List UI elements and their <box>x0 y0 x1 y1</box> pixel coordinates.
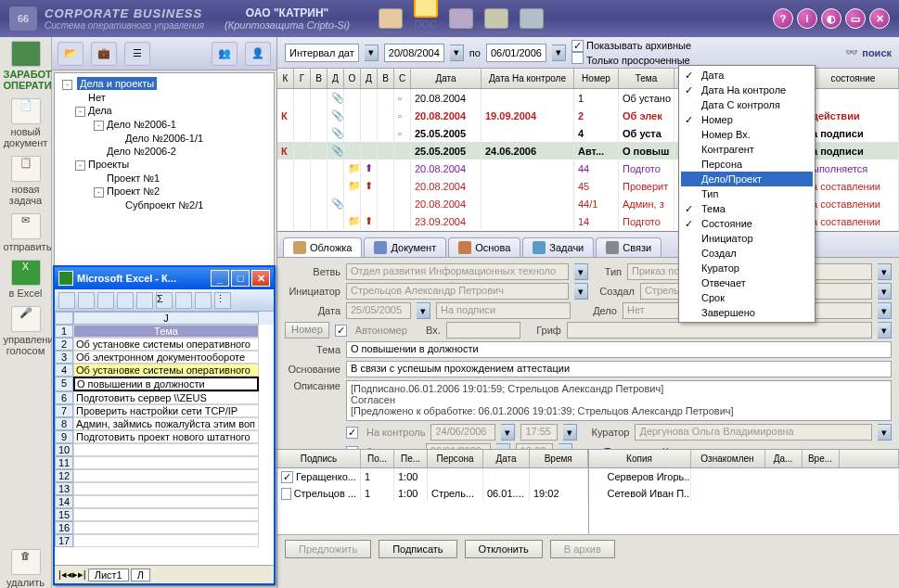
col-pe[interactable]: Пе... <box>394 450 428 467</box>
branch-input[interactable]: Отдел развития Информационных техноло <box>346 263 569 280</box>
control-checkbox[interactable]: ✓ <box>346 427 358 439</box>
close-button[interactable]: ✕ <box>869 8 890 29</box>
excel-row[interactable]: 11 <box>55 456 274 469</box>
excel-row[interactable]: 2Об установке системы оперативного <box>55 338 274 351</box>
col-po[interactable]: По... <box>361 450 394 467</box>
module-crm[interactable]: CRM <box>446 8 476 41</box>
col-g[interactable]: Г <box>294 69 311 88</box>
tool-sort[interactable] <box>175 292 192 309</box>
col-date[interactable]: Дата <box>483 450 530 467</box>
propose-button[interactable]: Предложить <box>285 540 371 558</box>
dropdown-icon[interactable]: ▾ <box>563 424 577 441</box>
tree-item[interactable]: Дело №2006-2 <box>58 145 270 158</box>
module-docflow[interactable]: DOC FLOW <box>411 0 441 41</box>
ctx-item[interactable]: Создал <box>681 246 813 261</box>
number-button[interactable]: Номер <box>285 322 329 339</box>
person-icon[interactable]: 👤 <box>245 42 271 66</box>
tab-basis[interactable]: Основа <box>448 237 520 257</box>
ctx-item[interactable]: ✓Номер <box>681 112 813 127</box>
col-date-control[interactable]: Дата На контроле <box>482 69 574 88</box>
date-interval-label[interactable]: Интервал дат <box>285 44 359 62</box>
col-s[interactable]: С <box>394 69 411 88</box>
ctx-item[interactable]: Инициатор <box>681 231 813 246</box>
tool-new[interactable] <box>58 292 75 309</box>
ctx-item[interactable]: Персона <box>681 157 813 172</box>
ctx-item[interactable]: Тип <box>681 186 813 201</box>
dropdown-icon[interactable]: ▾ <box>552 45 566 61</box>
signature-row[interactable]: Стрельцов ...11:00Стрель...06.01....19:0… <box>277 485 588 502</box>
col-d[interactable]: Д <box>327 69 344 88</box>
excel-row[interactable]: 16 <box>55 521 274 534</box>
excel-row[interactable]: 13 <box>55 482 274 495</box>
ctx-item[interactable]: Завершено <box>681 305 813 320</box>
ctx-item[interactable]: ✓Дата <box>681 68 813 83</box>
excel-row[interactable]: 15 <box>55 508 274 521</box>
tab-links[interactable]: Связи <box>596 237 661 257</box>
dropdown-icon[interactable]: ▾ <box>574 283 588 300</box>
ctx-item[interactable]: Дело/Проект <box>681 172 813 186</box>
curator-input[interactable]: Дергунова Ольга Владимировна <box>635 424 872 441</box>
excel-row[interactable]: 10 <box>55 443 274 456</box>
ctx-item[interactable]: Номер Вх. <box>681 127 813 142</box>
dropdown-icon[interactable]: ▾ <box>878 322 892 339</box>
col-time[interactable]: Время <box>530 450 588 467</box>
dropdown-icon[interactable]: ▾ <box>501 424 515 441</box>
sheet-tab-2[interactable]: Л <box>131 569 150 582</box>
minimize-icon[interactable]: _ <box>211 270 229 287</box>
new-task-button[interactable]: 📋новая задача <box>4 156 48 206</box>
ctx-item[interactable]: ✓Дата На контроле <box>681 83 813 97</box>
autonumber-checkbox[interactable]: ✓ <box>335 325 347 337</box>
dropdown-icon[interactable]: ▾ <box>574 263 588 280</box>
dropdown-icon[interactable]: ▾ <box>417 302 430 319</box>
excel-row[interactable]: 14 <box>55 495 274 508</box>
nav-last[interactable]: ▸| <box>78 569 86 581</box>
tree-item[interactable]: -Проекты <box>58 158 270 172</box>
col-o[interactable]: О <box>344 69 361 88</box>
excel-window[interactable]: Microsoft Excel - К... _ □ ✕ Σ⋮ J 1Тема … <box>53 265 276 585</box>
description-input[interactable]: [Подписано.06.01.2006 19:01:59; Стрельцо… <box>346 380 892 421</box>
tree-item[interactable]: Субпроект №2/1 <box>58 198 270 211</box>
col-d2[interactable]: Д <box>361 69 378 88</box>
topic-input[interactable]: О повышении в должности <box>346 341 892 358</box>
search-button[interactable]: 👓поиск <box>845 46 892 58</box>
sign-button[interactable]: Подписать <box>379 540 456 558</box>
tool-print[interactable] <box>117 292 134 309</box>
col-k[interactable]: К <box>277 69 294 88</box>
control-time[interactable]: 17:55 <box>520 424 558 441</box>
dropdown-icon[interactable]: ▾ <box>365 45 379 61</box>
send-button[interactable]: ✉отправить <box>4 213 48 252</box>
ctx-item[interactable]: Срок <box>681 290 813 305</box>
archive-button[interactable]: В архив <box>550 540 615 558</box>
column-context-menu[interactable]: ✓Дата✓Дата На контролеДата С контроля✓Но… <box>678 65 816 323</box>
excel-row[interactable]: 4Об установке системы оперативного <box>55 364 274 377</box>
dropdown-icon[interactable]: ▾ <box>878 283 892 300</box>
new-document-button[interactable]: 📄новый документ <box>4 98 48 148</box>
maximize-icon[interactable]: □ <box>231 270 250 287</box>
tab-document[interactable]: Документ <box>364 237 446 257</box>
col-tema[interactable]: Тема <box>619 69 674 88</box>
excel-row[interactable]: 8Админ, займись пожалуйста этим воп <box>55 417 274 430</box>
tree-item[interactable]: -Проект №2 <box>58 185 270 198</box>
excel-header-cell[interactable]: Тема <box>73 325 259 338</box>
sheet-tab-1[interactable]: Лист1 <box>88 569 129 582</box>
signature-row[interactable]: ✓Геращенко...11:00 <box>277 468 588 485</box>
col-number[interactable]: Номер <box>574 69 619 88</box>
settings-button[interactable]: ◐ <box>821 8 841 29</box>
excel-row[interactable]: 17 <box>55 534 274 547</box>
col-v[interactable]: В <box>311 69 327 88</box>
tool-chart[interactable] <box>195 292 212 309</box>
tree-item[interactable]: Проект №1 <box>58 172 270 185</box>
col-vre[interactable]: Вре... <box>803 450 840 467</box>
date-from[interactable]: 20/08/2004 <box>384 44 444 62</box>
dropdown-icon[interactable]: ▾ <box>878 263 892 280</box>
tool-save[interactable] <box>97 292 114 309</box>
ctx-item[interactable]: ✓Состояние <box>681 216 813 231</box>
help-button[interactable]: ? <box>773 8 793 29</box>
folder-open-icon[interactable]: 📂 <box>58 42 83 66</box>
voice-button[interactable]: 🎤управление голосом <box>4 306 48 356</box>
close-icon[interactable]: ✕ <box>251 270 270 287</box>
excel-titlebar[interactable]: Microsoft Excel - К... _ □ ✕ <box>55 267 274 289</box>
col-signature[interactable]: Подпись <box>277 450 361 467</box>
module-budget[interactable]: BUDGET <box>482 8 511 41</box>
delete-button[interactable]: 🗑удалить <box>4 549 48 588</box>
